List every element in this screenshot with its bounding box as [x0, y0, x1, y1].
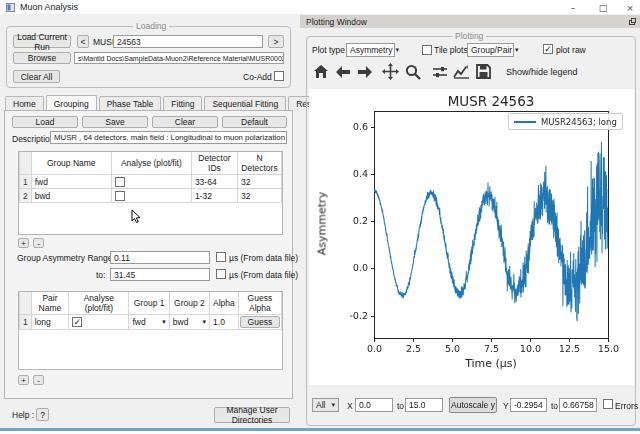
- save-icon[interactable]: [474, 62, 493, 81]
- application-window: Muon Analysis – □ × Loading Load Current…: [0, 0, 640, 434]
- zoom-icon[interactable]: [403, 62, 422, 81]
- forward-arrow-icon[interactable]: [355, 62, 374, 81]
- close-button[interactable]: ×: [621, 2, 639, 14]
- group-name-cell[interactable]: bwd: [31, 189, 111, 203]
- window-title: Muon Analysis: [20, 2, 78, 12]
- float-window-icon[interactable]: [628, 17, 637, 26]
- plot-ylabel: Asymmetry: [316, 189, 329, 259]
- group-table-row: 1 fwd 33-64 32: [20, 175, 282, 189]
- group-table-header-name: Group Name: [31, 152, 111, 175]
- browse-button[interactable]: Browse: [13, 52, 71, 64]
- group-analyse-cell: [111, 189, 191, 203]
- show-hide-legend-button[interactable]: Show/hide legend: [506, 67, 578, 77]
- group-remove-button[interactable]: -: [33, 238, 44, 248]
- file-path-field[interactable]: s\Mantid Docs\SampleData-Muon2\Reference…: [74, 52, 284, 64]
- back-arrow-icon[interactable]: [333, 62, 352, 81]
- pair-table-header-alpha: Alpha: [210, 292, 239, 315]
- group-add-button[interactable]: +: [18, 238, 29, 248]
- manage-user-directories-button[interactable]: Manage User Directories: [214, 407, 290, 423]
- chevron-down-icon: ▾: [162, 318, 166, 326]
- grouping-load-button[interactable]: Load: [12, 116, 78, 128]
- plot-type-dropdown[interactable]: Asymmetry▾: [346, 43, 395, 57]
- customize-plot-icon[interactable]: [452, 62, 471, 81]
- plot-toolbar: Show/hide legend: [311, 62, 578, 81]
- plotting-window-title: Plotting Window: [306, 17, 367, 27]
- group-ndet-cell: 32: [237, 175, 281, 189]
- coadd-checkbox[interactable]: [274, 71, 284, 81]
- pair-table-header-name: Pair Name: [31, 292, 68, 315]
- clear-all-button[interactable]: Clear All: [13, 70, 60, 83]
- autoscale-y-button[interactable]: Autoscale y: [449, 397, 497, 413]
- group-ids-cell[interactable]: 1-32: [191, 189, 237, 203]
- load-current-run-button[interactable]: Load Current Run: [13, 35, 71, 48]
- pair-group2-dropdown[interactable]: bwd▾: [169, 315, 209, 330]
- tab-fitting[interactable]: Fitting: [163, 96, 202, 111]
- x-range-label: X: [347, 401, 353, 411]
- guess-alpha-button[interactable]: Guess: [240, 316, 280, 328]
- group-analyse-checkbox[interactable]: [115, 191, 125, 201]
- group-table: Group Name Analyse (plot/fit) Detector I…: [18, 151, 283, 235]
- chevron-down-icon: ▾: [396, 46, 400, 54]
- legend-label: MUSR24563; long: [541, 117, 617, 127]
- plot-legend[interactable]: MUSR24563; long: [508, 113, 623, 130]
- subplot-settings-icon[interactable]: [430, 62, 449, 81]
- grouping-save-button[interactable]: Save: [82, 116, 148, 128]
- home-icon[interactable]: [311, 62, 330, 81]
- group-ndet-cell: 32: [237, 189, 281, 203]
- group-table-corner: [20, 152, 32, 175]
- plot-raw-checkbox[interactable]: ✓: [543, 44, 553, 54]
- range-scope-dropdown[interactable]: All▾: [312, 398, 339, 412]
- plot-figure[interactable]: MUSR 24563 Asymmetry Time (µs) MUSR24563…: [309, 89, 634, 385]
- pair-table-header-analyse: Analyse (plot/fit): [69, 292, 129, 315]
- pair-add-button[interactable]: +: [18, 375, 29, 385]
- pair-analyse-checkbox[interactable]: ✓: [72, 317, 82, 327]
- pair-group1-dropdown[interactable]: fwd▾: [129, 315, 169, 330]
- range-from-checkbox[interactable]: [216, 252, 226, 262]
- errors-checkbox[interactable]: [603, 399, 613, 409]
- group-ids-cell[interactable]: 33-64: [191, 175, 237, 189]
- tile-by-dropdown[interactable]: Group/Pair▾: [467, 43, 514, 57]
- x-from-input[interactable]: 0.0: [355, 398, 393, 412]
- tab-home[interactable]: Home: [5, 96, 44, 111]
- pair-table: Pair Name Analyse (plot/fit) Group 1 Gro…: [18, 291, 283, 370]
- range-from-input[interactable]: 0.11: [110, 251, 210, 264]
- run-number-input[interactable]: 24563: [113, 35, 263, 48]
- minimize-button[interactable]: –: [564, 2, 582, 14]
- pair-name-cell[interactable]: long: [31, 315, 68, 330]
- group-name-cell[interactable]: fwd: [31, 175, 111, 189]
- group-analyse-cell: [111, 175, 191, 189]
- y-from-input[interactable]: -0.2954: [510, 398, 547, 412]
- next-run-button[interactable]: >: [268, 35, 284, 48]
- x-to-label: to: [397, 401, 404, 411]
- tab-sequential-fitting[interactable]: Sequential Fitting: [204, 96, 286, 111]
- y-to-label: to: [551, 401, 558, 411]
- tab-grouping[interactable]: Grouping: [46, 95, 97, 111]
- group-analyse-checkbox[interactable]: [115, 177, 125, 187]
- pair-alpha-cell[interactable]: 1.0: [210, 315, 239, 330]
- tile-plots-checkbox[interactable]: [422, 45, 432, 55]
- range-to-label: to:: [96, 270, 105, 280]
- plotting-window-titlebar[interactable]: Plotting Window: [300, 15, 640, 28]
- pair-analyse-cell: ✓: [69, 315, 129, 330]
- y-to-input[interactable]: 0.66758: [559, 398, 597, 412]
- pair-table-header-guess: Guess Alpha: [238, 292, 281, 315]
- range-to-checkbox[interactable]: [216, 269, 226, 279]
- plot-type-label: Plot type :: [312, 45, 350, 55]
- maximize-button[interactable]: □: [594, 2, 612, 14]
- pan-icon[interactable]: [381, 62, 400, 81]
- plotting-group-label: Plotting: [452, 31, 486, 41]
- pair-remove-button[interactable]: -: [33, 375, 44, 385]
- pair-table-corner: [20, 292, 32, 315]
- previous-run-button[interactable]: <: [77, 35, 89, 48]
- plot-canvas[interactable]: [309, 89, 634, 385]
- grouping-default-button[interactable]: Default: [222, 116, 287, 128]
- description-field[interactable]: MUSR , 64 detectors, main field : Longit…: [50, 131, 287, 144]
- group-table-header-analyse: Analyse (plot/fit): [111, 152, 191, 175]
- legend-line-sample: [514, 121, 536, 123]
- help-button[interactable]: ?: [36, 408, 49, 421]
- tab-phase-table[interactable]: Phase Table: [99, 96, 162, 111]
- range-to-input[interactable]: 31.45: [110, 268, 210, 281]
- x-to-input[interactable]: 15.0: [405, 398, 443, 412]
- grouping-clear-button[interactable]: Clear: [152, 116, 218, 128]
- plot-xlabel: Time (µs): [374, 357, 608, 370]
